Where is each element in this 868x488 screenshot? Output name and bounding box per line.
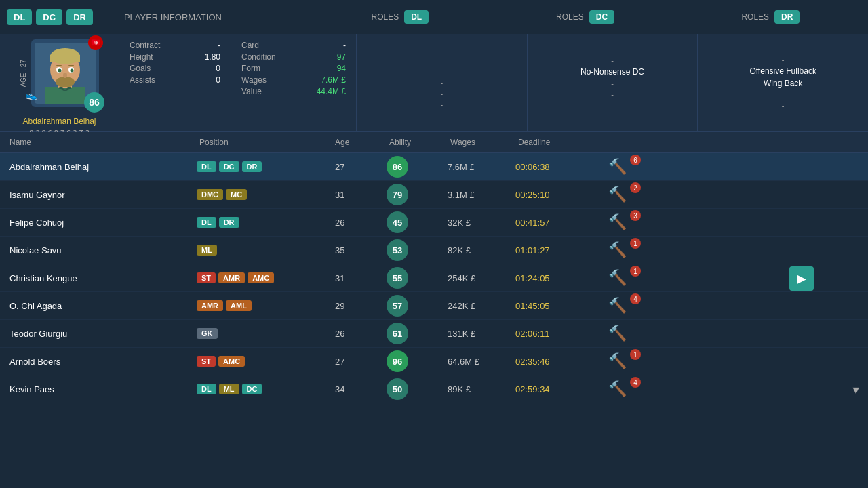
- player-row-age: 27: [332, 162, 387, 172]
- scroll-down-button[interactable]: ▼: [850, 384, 861, 396]
- contract-label: Contract: [130, 41, 176, 50]
- col-wages: Wages: [448, 136, 515, 148]
- player-row-wages: 64.6M £: [448, 357, 515, 367]
- table-row[interactable]: Abdalrahman BelhajDLDCDR27867.6M £00:06:…: [0, 153, 868, 181]
- bid-button[interactable]: 🔨: [597, 325, 637, 342]
- player-row-age: 31: [332, 190, 387, 200]
- col-age: Age: [332, 136, 387, 148]
- player-row-wages: 3.1M £: [448, 190, 515, 200]
- goals-value: 0: [189, 64, 220, 73]
- roles-badge-dl[interactable]: DL: [404, 10, 429, 24]
- player-row-age: 26: [332, 329, 387, 339]
- player-shoe-icon: 👟: [26, 89, 37, 100]
- position-tag: DC: [242, 384, 262, 394]
- position-tag: DL: [197, 161, 216, 172]
- table-row[interactable]: Isamu GaynorDMCMC31793.1M £00:25:10🔨2: [0, 181, 868, 209]
- player-row-name: Arnold Boers: [7, 355, 197, 368]
- position-tag: DR: [219, 217, 239, 228]
- roles-label-1: ROLES: [371, 12, 399, 22]
- scroll-right-button[interactable]: ▶: [789, 266, 814, 291]
- player-row-ability: 86: [387, 156, 448, 178]
- bid-button[interactable]: 🔨1: [597, 352, 637, 370]
- role-panel-dc: - No-Nonsense DC - - -: [527, 34, 698, 131]
- player-row-ability: 55: [387, 267, 448, 289]
- role-dc-item-2: No-Nonsense DC: [580, 67, 644, 77]
- player-row-name: Teodor Giurgiu: [7, 327, 197, 340]
- table-row[interactable]: Arnold BoersSTAMC279664.6M £02:35:46🔨1: [0, 348, 868, 375]
- player-row-ability: 79: [387, 184, 448, 205]
- position-tag: ML: [197, 245, 217, 256]
- wages-value: 7.6M £: [303, 75, 346, 85]
- position-tag: ST: [197, 272, 216, 283]
- player-row-deadline: 02:59:34: [515, 384, 597, 394]
- role-dl-item-5: -: [441, 100, 443, 108]
- age-label: AGE : 27: [20, 60, 27, 87]
- position-tag: AML: [226, 300, 252, 311]
- table-header: Name Position Age Ability Wages Deadline: [0, 132, 868, 153]
- position-badge-dl[interactable]: DL: [7, 9, 32, 25]
- bid-button[interactable]: 🔨4: [597, 380, 637, 398]
- players-table: Abdalrahman BelhajDLDCDR27867.6M £00:06:…: [0, 153, 868, 403]
- svg-point-9: [58, 69, 62, 73]
- player-row-ability: 45: [387, 211, 448, 233]
- role-dc-item-3: -: [611, 79, 614, 87]
- player-row-positions: AMRAML: [197, 300, 332, 311]
- player-info-panel: AGE : 27: [0, 34, 868, 132]
- role-dc-item-5: -: [611, 101, 614, 109]
- position-badge-dr[interactable]: DR: [66, 9, 93, 25]
- table-row[interactable]: Kevin PaesDLMLDC345089K £02:59:34🔨4: [0, 375, 868, 403]
- hammer-icon: 🔨: [608, 241, 627, 259]
- bid-count-badge: 4: [630, 377, 641, 388]
- col-position: Position: [197, 136, 332, 148]
- svg-rect-5: [50, 55, 80, 62]
- section-title-player-info: PLAYER INFORMATION: [97, 12, 305, 22]
- bid-count-badge: 6: [630, 155, 641, 165]
- hammer-icon: 🔨: [608, 297, 627, 314]
- position-tag: DL: [197, 217, 216, 228]
- hammer-icon: 🔨: [608, 186, 627, 203]
- player-row-wages: 131K £: [448, 329, 515, 339]
- col-ability: Ability: [387, 136, 448, 148]
- roles-badge-dc[interactable]: DC: [589, 10, 614, 24]
- col-name: Name: [7, 136, 197, 148]
- goals-label: Goals: [130, 64, 176, 73]
- player-row-positions: DLMLDC: [197, 384, 332, 394]
- player-row-age: 26: [332, 218, 387, 228]
- player-row-ability: 50: [387, 378, 448, 400]
- position-tag: AMR: [218, 272, 245, 283]
- table-row[interactable]: Felipe CohuojDLDR264532K £00:41:57🔨3: [0, 209, 868, 237]
- table-row[interactable]: Christian KengueSTAMRAMC3155254K £01:24:…: [0, 264, 868, 292]
- role-dl-item-3: -: [441, 79, 443, 87]
- role-panel-dr: - Offensive Fullback Wing Back - -: [697, 34, 868, 131]
- role-dr-item-5: -: [782, 102, 785, 110]
- table-row[interactable]: Nicolae SavuML355382K £01:01:27🔨1: [0, 237, 868, 264]
- svg-rect-11: [56, 65, 62, 66]
- roles-badge-dr[interactable]: DR: [774, 10, 800, 24]
- svg-rect-1: [45, 87, 85, 104]
- card-value: -: [303, 41, 346, 50]
- bid-button[interactable]: 🔨2: [597, 186, 637, 203]
- bid-button[interactable]: 🔨1: [597, 241, 637, 259]
- position-tag: DC: [219, 161, 239, 172]
- bid-button[interactable]: 🔨4: [597, 297, 637, 314]
- assists-label: Assists: [130, 75, 176, 85]
- player-row-wages: 82K £: [448, 245, 515, 256]
- bid-button[interactable]: 🔨3: [597, 214, 637, 231]
- condition-label: Condition: [241, 52, 290, 62]
- players-table-container: Abdalrahman BelhajDLDCDR27867.6M £00:06:…: [0, 153, 868, 403]
- bid-button[interactable]: 🔨1: [597, 269, 637, 287]
- player-row-name: Abdalrahman Belhaj: [7, 161, 197, 174]
- value-value: 44.4M £: [303, 87, 346, 96]
- role-dr-item-3: Wing Back: [764, 79, 802, 88]
- player-row-positions: STAMRAMC: [197, 272, 332, 283]
- role-dr-item-1: -: [782, 56, 785, 64]
- player-row-ability: 96: [387, 350, 448, 372]
- position-badge-dc[interactable]: DC: [36, 9, 62, 25]
- card-label: Card: [241, 41, 290, 50]
- role-panel-dl: - - - - -: [356, 34, 527, 131]
- player-row-name: Isamu Gaynor: [7, 188, 197, 201]
- player-row-wages: 32K £: [448, 218, 515, 228]
- bid-button[interactable]: 🔨6: [597, 158, 637, 176]
- table-row[interactable]: Teodor GiurgiuGK2661131K £02:06:11🔨: [0, 320, 868, 348]
- table-row[interactable]: O. Chi AgadaAMRAML2957242K £01:45:05🔨4: [0, 292, 868, 320]
